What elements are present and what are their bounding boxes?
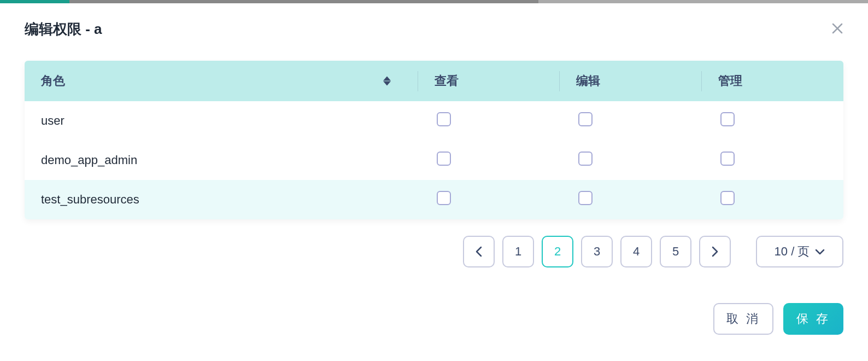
table-row: test_subresources: [25, 180, 843, 219]
header-edit-label: 编辑: [576, 74, 600, 88]
header-edit: 编辑: [560, 61, 701, 101]
chevron-down-icon: [815, 248, 825, 255]
page-next-button[interactable]: [699, 236, 731, 267]
manage-cell: [702, 180, 843, 219]
manage-checkbox[interactable]: [720, 152, 735, 166]
header-view: 查看: [418, 61, 560, 101]
manage-checkbox[interactable]: [720, 191, 735, 205]
page-1-button[interactable]: 1: [502, 236, 534, 267]
edit-checkbox[interactable]: [578, 191, 593, 205]
table-row: user: [25, 101, 843, 141]
view-checkbox[interactable]: [437, 112, 451, 126]
page-size-label: 10 / 页: [775, 243, 810, 260]
sort-asc-icon: [383, 77, 391, 81]
modal-title: 编辑权限 - a: [25, 20, 102, 39]
edit-cell: [560, 101, 701, 141]
permissions-table: 角色 查看 编辑 管理: [25, 61, 843, 219]
manage-cell: [702, 141, 843, 180]
manage-cell: [702, 101, 843, 141]
page-4-button[interactable]: 4: [620, 236, 652, 267]
header-view-label: 查看: [435, 74, 459, 88]
view-checkbox[interactable]: [437, 191, 451, 205]
cancel-button[interactable]: 取 消: [713, 303, 773, 335]
edit-checkbox[interactable]: [578, 112, 593, 126]
view-cell: [418, 141, 560, 180]
header-manage-label: 管理: [718, 74, 742, 88]
role-cell: test_subresources: [25, 180, 418, 219]
view-cell: [418, 101, 560, 141]
pagination: 12345 10 / 页: [25, 236, 843, 267]
role-cell: user: [25, 101, 418, 141]
header-manage: 管理: [702, 61, 843, 101]
manage-checkbox[interactable]: [720, 112, 735, 126]
page-prev-button[interactable]: [463, 236, 495, 267]
table-row: demo_app_admin: [25, 141, 843, 180]
chevron-left-icon: [475, 246, 483, 258]
modal-header: 编辑权限 - a: [25, 20, 843, 39]
permissions-table-wrap: 角色 查看 编辑 管理: [25, 61, 843, 219]
chevron-right-icon: [711, 246, 719, 258]
table-header-row: 角色 查看 编辑 管理: [25, 61, 843, 101]
edit-cell: [560, 141, 701, 180]
close-icon: [831, 21, 843, 38]
save-button[interactable]: 保 存: [783, 303, 843, 335]
close-button[interactable]: [831, 22, 843, 37]
page-size-select[interactable]: 10 / 页: [756, 236, 843, 267]
table-body: userdemo_app_admintest_subresources: [25, 101, 843, 219]
page-5-button[interactable]: 5: [660, 236, 691, 267]
sort-icon[interactable]: [383, 77, 391, 86]
edit-checkbox[interactable]: [578, 152, 593, 166]
header-role-label: 角色: [41, 74, 65, 88]
page-3-button[interactable]: 3: [581, 236, 613, 267]
page-2-button[interactable]: 2: [542, 236, 573, 267]
header-role[interactable]: 角色: [25, 61, 418, 101]
role-cell: demo_app_admin: [25, 141, 418, 180]
view-checkbox[interactable]: [437, 152, 451, 166]
page-numbers: 12345: [502, 236, 691, 267]
modal-footer: 取 消 保 存: [25, 303, 843, 335]
view-cell: [418, 180, 560, 219]
edit-cell: [560, 180, 701, 219]
edit-permissions-modal: 编辑权限 - a 角色: [0, 3, 868, 361]
sort-desc-icon: [383, 81, 391, 86]
